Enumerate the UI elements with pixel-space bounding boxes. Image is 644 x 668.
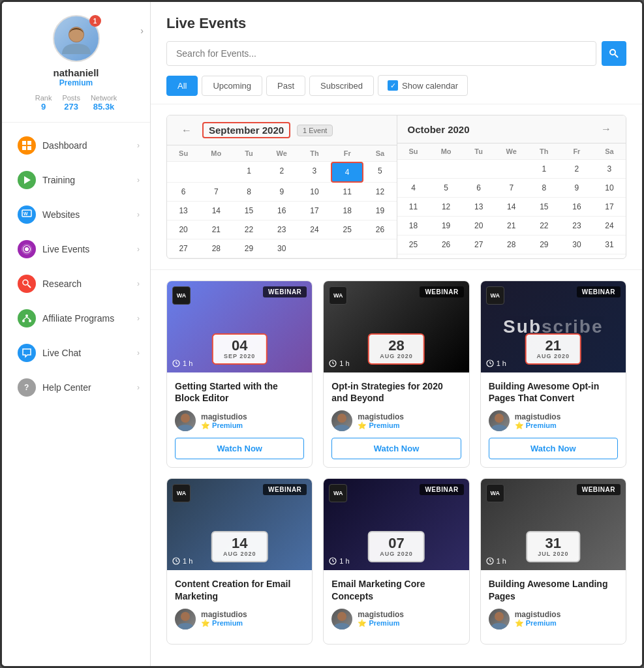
- cal-day[interactable]: 10: [593, 179, 626, 198]
- cal-day[interactable]: 7: [200, 183, 232, 202]
- tab-upcoming[interactable]: Upcoming: [202, 76, 262, 96]
- calendar-next-button[interactable]: →: [597, 122, 615, 136]
- cal-day[interactable]: 20: [167, 220, 200, 239]
- cal-day[interactable]: 28: [200, 239, 232, 258]
- cal-day[interactable]: 2: [560, 160, 593, 179]
- sidebar-item-live-chat[interactable]: Live Chat ›: [7, 336, 145, 370]
- cal-day[interactable]: 4: [397, 179, 430, 198]
- sidebar-item-research[interactable]: Research ›: [7, 267, 145, 301]
- cal-day[interactable]: 11: [331, 183, 363, 202]
- chevron-right-icon: ›: [137, 383, 140, 392]
- cal-day[interactable]: 19: [363, 202, 396, 220]
- search-input[interactable]: [166, 41, 596, 66]
- cal-day[interactable]: 13: [167, 202, 200, 220]
- search-button[interactable]: [602, 41, 626, 66]
- event-card-6: WA WEBINAR 31 JUL 2020 1 h: [480, 478, 626, 644]
- watch-now-button-1[interactable]: Watch Now: [175, 438, 304, 459]
- network-label: Network: [91, 94, 117, 102]
- sidebar-item-dashboard[interactable]: Dashboard ›: [7, 129, 145, 162]
- cal-day[interactable]: 2: [266, 162, 298, 183]
- cal-day-today[interactable]: 4: [331, 162, 363, 183]
- rank-label: Rank: [35, 94, 52, 102]
- cal-day[interactable]: 20: [463, 217, 495, 235]
- day-header: Mo: [430, 144, 463, 160]
- tab-subscribed[interactable]: Subscribed: [309, 76, 374, 96]
- sidebar-chevron-icon[interactable]: ›: [140, 25, 144, 36]
- cal-day[interactable]: 9: [266, 183, 298, 202]
- cal-day[interactable]: 8: [232, 183, 265, 202]
- cal-day[interactable]: 24: [298, 220, 331, 239]
- cal-day[interactable]: 23: [560, 217, 593, 235]
- watch-now-button-2[interactable]: Watch Now: [331, 438, 461, 459]
- cal-day[interactable]: 25: [397, 235, 430, 254]
- cal-day[interactable]: 27: [167, 239, 200, 258]
- cal-day[interactable]: 28: [495, 235, 528, 254]
- cal-day[interactable]: 1: [528, 160, 560, 179]
- event-card-3: WA WEBINAR Subscribe 21 AUG 2020 1 h: [480, 281, 626, 468]
- cal-day[interactable]: 16: [266, 202, 298, 220]
- cal-day[interactable]: 5: [363, 162, 396, 183]
- cal-day[interactable]: 29: [528, 235, 560, 254]
- calendar-days-headers-oct: Su Mo Tu We Th Fr Sa 1: [397, 144, 626, 254]
- cal-day[interactable]: 10: [298, 183, 331, 202]
- svg-line-17: [615, 55, 619, 58]
- cal-day[interactable]: 18: [331, 202, 363, 220]
- cal-day-empty: [463, 160, 495, 179]
- cal-day[interactable]: 7: [495, 179, 528, 198]
- cal-day[interactable]: 21: [495, 217, 528, 235]
- watch-now-button-3[interactable]: Watch Now: [489, 438, 618, 459]
- cal-day[interactable]: 17: [593, 198, 626, 217]
- sidebar-item-training[interactable]: Training ›: [7, 163, 145, 197]
- cal-day[interactable]: 17: [298, 202, 331, 220]
- cal-day[interactable]: 22: [528, 217, 560, 235]
- chat-icon: [18, 344, 36, 362]
- cal-day[interactable]: 9: [560, 179, 593, 198]
- cal-day[interactable]: 11: [397, 198, 430, 217]
- chevron-right-icon: ›: [137, 141, 140, 150]
- cal-day[interactable]: 18: [397, 217, 430, 235]
- cal-day[interactable]: 6: [463, 179, 495, 198]
- cal-day[interactable]: 15: [528, 198, 560, 217]
- cal-day[interactable]: 12: [363, 183, 396, 202]
- cal-day[interactable]: 29: [232, 239, 265, 258]
- cal-day[interactable]: 14: [495, 198, 528, 217]
- sidebar-item-websites[interactable]: W Websites ›: [7, 198, 145, 232]
- cal-day[interactable]: 27: [463, 235, 495, 254]
- cal-day[interactable]: 3: [593, 160, 626, 179]
- svg-line-28: [490, 363, 491, 364]
- cal-day[interactable]: 8: [528, 179, 560, 198]
- filter-tabs: All Upcoming Past Subscribed ✓ Show cale…: [166, 75, 626, 96]
- cal-day[interactable]: 15: [232, 202, 265, 220]
- cal-day[interactable]: 3: [298, 162, 331, 183]
- cal-day[interactable]: 6: [167, 183, 200, 202]
- show-calendar-button[interactable]: ✓ Show calendar: [378, 75, 468, 96]
- cal-day[interactable]: 22: [232, 220, 265, 239]
- cal-day[interactable]: 23: [266, 220, 298, 239]
- sidebar: 1 › nathaniell Premium Rank 9 Posts 273 …: [2, 2, 151, 666]
- cal-day-empty: [363, 239, 396, 258]
- cal-day[interactable]: 21: [200, 220, 232, 239]
- tab-all[interactable]: All: [166, 76, 198, 96]
- cal-day[interactable]: 26: [363, 220, 396, 239]
- cal-day[interactable]: 31: [593, 235, 626, 254]
- cal-day[interactable]: 1: [232, 162, 265, 183]
- cal-day[interactable]: 13: [463, 198, 495, 217]
- cal-day[interactable]: 30: [266, 239, 298, 258]
- sidebar-item-live-events[interactable]: Live Events ›: [7, 232, 145, 266]
- calendar-month-oct: October 2020: [408, 124, 470, 135]
- cal-day[interactable]: 5: [430, 179, 463, 198]
- cal-day[interactable]: 14: [200, 202, 232, 220]
- tab-past[interactable]: Past: [266, 76, 305, 96]
- cal-day[interactable]: 12: [430, 198, 463, 217]
- sidebar-item-affiliate-programs[interactable]: Affiliate Programs ›: [7, 301, 145, 335]
- notification-badge: 1: [89, 15, 101, 27]
- cal-day[interactable]: 24: [593, 217, 626, 235]
- cal-day-empty: [495, 160, 528, 179]
- cal-day[interactable]: 19: [430, 217, 463, 235]
- cal-day[interactable]: 26: [430, 235, 463, 254]
- cal-day[interactable]: 30: [560, 235, 593, 254]
- sidebar-item-help-center[interactable]: ? Help Center ›: [7, 371, 145, 404]
- cal-day[interactable]: 25: [331, 220, 363, 239]
- calendar-prev-button[interactable]: ←: [177, 123, 196, 138]
- cal-day[interactable]: 16: [560, 198, 593, 217]
